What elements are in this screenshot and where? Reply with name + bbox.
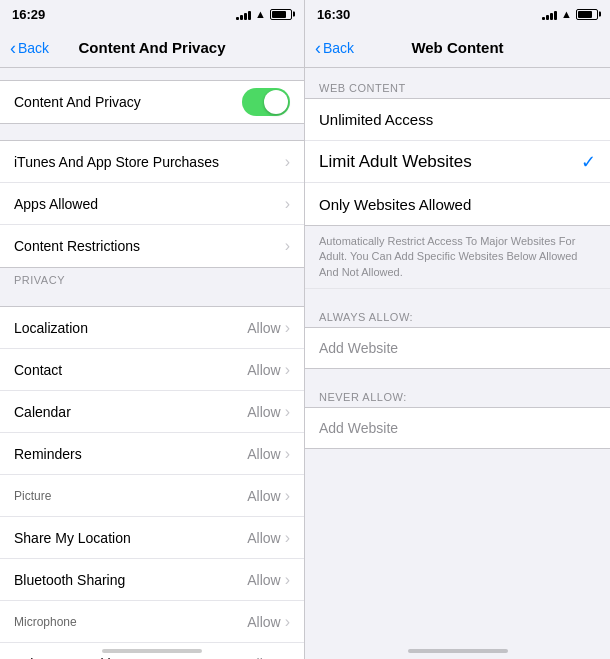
checkmark-icon: ✓ — [581, 151, 596, 173]
itunes-chevron: › — [285, 153, 290, 171]
share-location-label: Share My Location — [14, 530, 247, 546]
localization-row[interactable]: Localization Allow › — [0, 307, 304, 349]
privacy-header: PRIVACY — [0, 268, 304, 290]
right-panel: 16:30 ▲ ‹ Back Web Content WEB CONTENT — [305, 0, 610, 659]
always-add-website-row[interactable]: Add Website — [305, 327, 610, 369]
bluetooth-value: Allow — [247, 572, 280, 588]
share-location-chevron: › — [285, 529, 290, 547]
right-scroll-area: WEB CONTENT Unlimited Access Limit Adult… — [305, 68, 610, 659]
nav-bar-right: ‹ Back Web Content — [305, 28, 610, 68]
share-location-row[interactable]: Share My Location Allow › — [0, 517, 304, 559]
home-indicator-left — [102, 649, 202, 653]
limit-adult-row[interactable]: Limit Adult Websites ✓ — [305, 141, 610, 183]
signal-icon — [236, 9, 251, 20]
bluetooth-chevron: › — [285, 571, 290, 589]
reminders-chevron: › — [285, 445, 290, 463]
wifi-icon-right: ▲ — [561, 8, 572, 20]
always-allow-header: ALWAYS ALLOW: — [305, 305, 610, 327]
back-label-left: Back — [18, 40, 49, 56]
reminders-value: Allow — [247, 446, 280, 462]
status-icons-right: ▲ — [542, 8, 598, 20]
reminders-label: Reminders — [14, 446, 247, 462]
itunes-label: iTunes And App Store Purchases — [14, 154, 285, 170]
wifi-icon: ▲ — [255, 8, 266, 20]
calendar-label: Calendar — [14, 404, 247, 420]
back-button-left[interactable]: ‹ Back — [10, 39, 70, 57]
never-allow-section: NEVER ALLOW: Add Website — [305, 385, 610, 449]
toggle-row[interactable]: Content And Privacy — [0, 81, 304, 123]
content-restrictions-chevron: › — [285, 237, 290, 255]
left-scroll-area: Content And Privacy iTunes And App Store… — [0, 68, 304, 659]
status-icons-left: ▲ — [236, 8, 292, 20]
unlimited-access-label: Unlimited Access — [319, 111, 596, 128]
picture-row[interactable]: Picture Allow › — [0, 475, 304, 517]
picture-label: Picture — [14, 489, 247, 503]
apps-allowed-chevron: › — [285, 195, 290, 213]
limit-adult-label: Limit Adult Websites — [319, 152, 581, 172]
contact-value: Allow — [247, 362, 280, 378]
signal-icon-right — [542, 9, 557, 20]
nav-title-right: Web Content — [375, 39, 540, 56]
always-allow-section: ALWAYS ALLOW: Add Website — [305, 305, 610, 369]
always-add-website-label: Add Website — [319, 340, 398, 356]
voice-recognition-label: Voice Recognition — [14, 656, 247, 660]
calendar-chevron: › — [285, 403, 290, 421]
localization-value: Allow — [247, 320, 280, 336]
left-panel: 16:29 ▲ ‹ Back Content And Privacy Con — [0, 0, 305, 659]
back-chevron-right: ‹ — [315, 39, 321, 57]
never-add-website-label: Add Website — [319, 420, 398, 436]
restriction-description: Automatically Restrict Access To Major W… — [305, 226, 610, 289]
microphone-value: Allow — [247, 614, 280, 630]
content-privacy-toggle[interactable] — [242, 88, 290, 116]
only-websites-row[interactable]: Only Websites Allowed — [305, 183, 610, 225]
privacy-section: Localization Allow › Contact Allow › Cal… — [0, 306, 304, 659]
status-bar-right: 16:30 ▲ — [305, 0, 610, 28]
itunes-row[interactable]: iTunes And App Store Purchases › — [0, 141, 304, 183]
voice-recognition-value: Allow — [247, 656, 280, 660]
contact-label: Contact — [14, 362, 247, 378]
back-chevron-left: ‹ — [10, 39, 16, 57]
main-settings-section: iTunes And App Store Purchases › Apps Al… — [0, 140, 304, 268]
battery-icon — [270, 9, 292, 20]
contact-row[interactable]: Contact Allow › — [0, 349, 304, 391]
back-label-right: Back — [323, 40, 354, 56]
nav-bar-left: ‹ Back Content And Privacy — [0, 28, 304, 68]
status-bar-left: 16:29 ▲ — [0, 0, 304, 28]
reminders-row[interactable]: Reminders Allow › — [0, 433, 304, 475]
status-time-right: 16:30 — [317, 7, 350, 22]
microphone-row[interactable]: Microphone Allow › — [0, 601, 304, 643]
apps-allowed-label: Apps Allowed — [14, 196, 285, 212]
localization-chevron: › — [285, 319, 290, 337]
calendar-row[interactable]: Calendar Allow › — [0, 391, 304, 433]
web-content-header: WEB CONTENT — [305, 76, 610, 98]
contact-chevron: › — [285, 361, 290, 379]
bluetooth-label: Bluetooth Sharing — [14, 572, 247, 588]
localization-label: Localization — [14, 320, 247, 336]
never-allow-header: NEVER ALLOW: — [305, 385, 610, 407]
microphone-label: Microphone — [14, 615, 247, 629]
toggle-label: Content And Privacy — [14, 94, 242, 110]
voice-recognition-chevron: › — [285, 655, 290, 660]
toggle-section: Content And Privacy — [0, 80, 304, 124]
microphone-chevron: › — [285, 613, 290, 631]
never-add-website-row[interactable]: Add Website — [305, 407, 610, 449]
toggle-thumb — [264, 90, 288, 114]
picture-value: Allow — [247, 488, 280, 504]
share-location-value: Allow — [247, 530, 280, 546]
apps-allowed-row[interactable]: Apps Allowed › — [0, 183, 304, 225]
status-time-left: 16:29 — [12, 7, 45, 22]
content-restrictions-label: Content Restrictions — [14, 238, 285, 254]
battery-icon-right — [576, 9, 598, 20]
unlimited-access-row[interactable]: Unlimited Access — [305, 99, 610, 141]
calendar-value: Allow — [247, 404, 280, 420]
web-content-options: Unlimited Access Limit Adult Websites ✓ … — [305, 98, 610, 226]
home-indicator-right — [408, 649, 508, 653]
only-websites-label: Only Websites Allowed — [319, 196, 596, 213]
nav-title-left: Content And Privacy — [70, 39, 234, 56]
back-button-right[interactable]: ‹ Back — [315, 39, 375, 57]
content-restrictions-row[interactable]: Content Restrictions › — [0, 225, 304, 267]
picture-chevron: › — [285, 487, 290, 505]
bluetooth-row[interactable]: Bluetooth Sharing Allow › — [0, 559, 304, 601]
